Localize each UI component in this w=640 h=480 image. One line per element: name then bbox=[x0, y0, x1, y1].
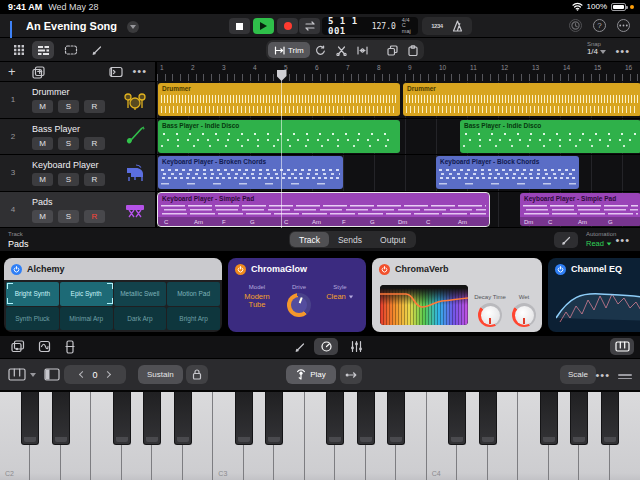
piano-key-black[interactable] bbox=[113, 392, 131, 445]
trim-mode-button[interactable]: Trim bbox=[268, 42, 310, 58]
alchemy-preset-pad[interactable]: Dark Arp bbox=[114, 307, 167, 331]
piano-key-black[interactable] bbox=[357, 392, 375, 445]
power-icon[interactable] bbox=[235, 264, 246, 275]
piano-keyboard[interactable]: C2C3C4 bbox=[0, 390, 640, 480]
split-button[interactable] bbox=[331, 45, 352, 56]
record-enable-button[interactable]: R bbox=[84, 100, 105, 113]
plugin-card-channel-eq[interactable]: Channel EQ bbox=[548, 258, 640, 332]
add-track-button[interactable]: + bbox=[8, 64, 16, 79]
split-view-icon[interactable] bbox=[44, 368, 60, 381]
alchemy-preset-pad[interactable]: Bright Arp bbox=[167, 307, 220, 331]
segment-track[interactable]: Track bbox=[290, 232, 329, 247]
region[interactable]: Keyboard Player - Broken Chords bbox=[158, 156, 343, 189]
region[interactable]: Drummer bbox=[158, 83, 400, 116]
verb-decay-knob[interactable]: Decay Time bbox=[472, 294, 508, 327]
piano-key-black[interactable] bbox=[235, 392, 253, 445]
piano-key-black[interactable] bbox=[479, 392, 497, 445]
piano-key-black[interactable] bbox=[448, 392, 466, 445]
cycle-button[interactable] bbox=[299, 18, 320, 34]
region[interactable]: Keyboard Player - Simple PadCAmFGCAmFGDm… bbox=[158, 193, 489, 226]
segment-sends[interactable]: Sends bbox=[329, 232, 371, 247]
octave-up-button[interactable] bbox=[103, 371, 110, 378]
loop-button[interactable] bbox=[310, 45, 331, 56]
glow-drive-knob[interactable]: Drive bbox=[284, 284, 314, 317]
lane-drummer[interactable]: DrummerDrummer bbox=[157, 82, 640, 119]
plugin-card-chromaglow[interactable]: ChromaGlow Model Modern Tube Drive Style… bbox=[228, 258, 366, 332]
lane-keyboard[interactable]: Keyboard Player - Broken ChordsKeyboard … bbox=[157, 155, 640, 192]
playhead[interactable] bbox=[281, 70, 282, 228]
piano-key-black[interactable] bbox=[21, 392, 39, 445]
plugin-card-chromaverb[interactable]: ChromaVerb Decay Time Wet bbox=[372, 258, 542, 332]
verb-wet-knob[interactable]: Wet bbox=[510, 294, 538, 327]
glow-style-control[interactable]: Style Clean bbox=[320, 284, 360, 301]
alchemy-preset-pad[interactable]: Motion Pad bbox=[167, 282, 220, 306]
automation-edit-button[interactable] bbox=[554, 232, 578, 248]
metronome-button[interactable] bbox=[452, 20, 463, 32]
alchemy-preset-pad[interactable]: Epic Synth bbox=[60, 282, 113, 306]
piano-key-black[interactable] bbox=[387, 392, 405, 445]
segment-output[interactable]: Output bbox=[371, 232, 415, 247]
levels-view-button[interactable] bbox=[344, 338, 368, 355]
marquee-tool-button[interactable] bbox=[60, 41, 82, 59]
region[interactable]: Keyboard Player - Block Chords bbox=[436, 156, 579, 189]
power-icon[interactable] bbox=[379, 264, 390, 275]
play-button[interactable] bbox=[253, 18, 274, 34]
plugin-card-alchemy[interactable]: Alchemy Bright SynthEpic SynthMetallic S… bbox=[4, 258, 222, 332]
snap-control[interactable]: Snap 1/4 bbox=[587, 41, 606, 56]
fader-icon[interactable] bbox=[58, 338, 82, 355]
lock-button[interactable] bbox=[186, 365, 208, 384]
piano-key-black[interactable] bbox=[265, 392, 283, 445]
piano-key-black[interactable] bbox=[143, 392, 161, 445]
octave-down-button[interactable] bbox=[79, 371, 86, 378]
region[interactable]: Drummer bbox=[403, 83, 640, 116]
timeline[interactable]: 12345678910111213141516 DrummerDrummer B… bbox=[157, 62, 640, 228]
sampler-icon[interactable] bbox=[32, 338, 56, 355]
record-button[interactable] bbox=[277, 18, 298, 34]
keyboard-type-icon[interactable] bbox=[8, 368, 26, 381]
power-icon[interactable] bbox=[555, 264, 566, 275]
lane-bass[interactable]: Bass Player - Indie DiscoBass Player - I… bbox=[157, 119, 640, 156]
mute-button[interactable]: M bbox=[32, 210, 53, 223]
region[interactable]: Keyboard Player - Simple PadDmCAmG bbox=[520, 193, 640, 226]
bar-ruler[interactable]: 12345678910111213141516 bbox=[157, 62, 640, 74]
power-icon[interactable] bbox=[11, 264, 22, 275]
count-in-button[interactable]: 1234 bbox=[431, 23, 442, 29]
browser-button[interactable] bbox=[8, 41, 30, 59]
hide-panel-button[interactable] bbox=[109, 66, 123, 78]
record-enable-button[interactable]: R bbox=[84, 210, 105, 223]
pencil-tool-button[interactable] bbox=[86, 41, 108, 59]
piano-key-black[interactable] bbox=[326, 392, 344, 445]
octave-stepper[interactable]: 0 bbox=[64, 365, 126, 384]
track-header-pads[interactable]: 4 Pads M S R bbox=[0, 192, 155, 229]
edit-pencil-button[interactable] bbox=[288, 338, 312, 355]
automation-mode-button[interactable]: Read bbox=[586, 239, 612, 248]
stop-button[interactable] bbox=[229, 18, 250, 34]
track-header-bass[interactable]: 2 Bass Player M S R bbox=[0, 119, 155, 156]
solo-button[interactable]: S bbox=[58, 137, 79, 150]
piano-key-black[interactable] bbox=[540, 392, 558, 445]
glide-mode-button[interactable] bbox=[340, 365, 362, 384]
piano-key-black[interactable] bbox=[601, 392, 619, 445]
lane-pads[interactable]: Keyboard Player - Simple PadCAmFGCAmFGDm… bbox=[157, 192, 640, 229]
alchemy-preset-pad[interactable]: Bright Synth bbox=[6, 282, 59, 306]
alchemy-preset-pad[interactable]: Synth Pluck bbox=[6, 307, 59, 331]
loops-icon[interactable] bbox=[6, 338, 30, 355]
paste-button[interactable] bbox=[403, 45, 424, 56]
back-button[interactable] bbox=[10, 21, 12, 39]
controls-view-button[interactable] bbox=[314, 338, 338, 355]
glow-model-control[interactable]: Model Modern Tube bbox=[234, 284, 280, 309]
more-menu-button[interactable] bbox=[617, 19, 630, 32]
region[interactable]: Bass Player - Indie Disco bbox=[158, 120, 400, 153]
region[interactable]: Bass Player - Indie Disco bbox=[460, 120, 640, 153]
alchemy-preset-pad[interactable]: Metallic Swell bbox=[114, 282, 167, 306]
solo-button[interactable]: S bbox=[58, 210, 79, 223]
song-title[interactable]: An Evening Song bbox=[26, 20, 117, 32]
sustain-button[interactable]: Sustain bbox=[138, 365, 183, 384]
copy-button[interactable] bbox=[382, 45, 403, 56]
piano-key-black[interactable] bbox=[570, 392, 588, 445]
help-button[interactable]: ? bbox=[593, 19, 606, 32]
keyboard-drag-handle[interactable] bbox=[618, 372, 632, 381]
mute-button[interactable]: M bbox=[32, 137, 53, 150]
play-mode-button[interactable]: Play bbox=[286, 365, 336, 384]
solo-button[interactable]: S bbox=[58, 100, 79, 113]
